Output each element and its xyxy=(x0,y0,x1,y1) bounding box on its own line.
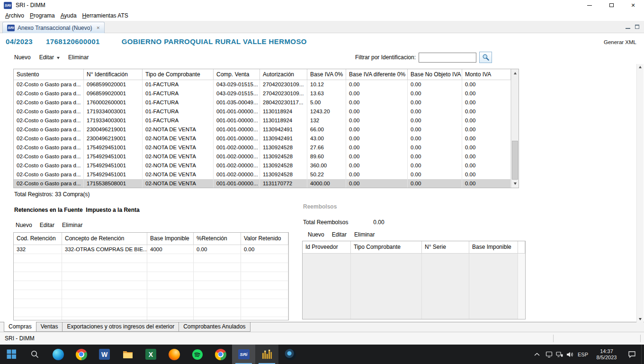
purchase-row[interactable]: 02-Costo o Gasto para d...17549294510010… xyxy=(14,161,511,170)
swirl-taskbar-icon[interactable] xyxy=(278,345,302,364)
column-header-tipo-de-comprobante[interactable]: Tipo de Comprobante xyxy=(143,69,214,80)
cell xyxy=(14,308,62,317)
filter-search-button[interactable] xyxy=(479,52,492,63)
cell xyxy=(14,317,62,320)
reembolsos-edit-button[interactable]: Editar xyxy=(332,231,347,238)
column-header-monto-iva[interactable]: Monto IVA xyxy=(462,69,511,80)
scrollbar-thumb[interactable] xyxy=(512,141,518,180)
purchase-row[interactable]: 02-Costo o Gasto para d...17155385080010… xyxy=(14,179,511,188)
cell: 0.00 xyxy=(462,98,511,107)
purchase-row[interactable]: 02-Costo o Gasto para d...17549294510010… xyxy=(14,143,511,152)
retention-row[interactable]: 332332-OTRAS COMPRAS DE BIE...40000.000.… xyxy=(14,245,288,254)
column-header-valor-retenido[interactable]: Valor Retenido xyxy=(241,233,288,245)
dimm-taskbar-icon[interactable] xyxy=(255,345,278,364)
scroll-down-icon[interactable] xyxy=(511,180,519,187)
retenciones-delete-button[interactable]: Eliminar xyxy=(62,222,82,228)
bottom-tab-comprobantes-anulados[interactable]: Comprobantes Anulados xyxy=(179,322,250,332)
generate-xml-button[interactable]: Generar XML xyxy=(604,39,636,45)
minimize-button[interactable] xyxy=(579,0,600,10)
column-header-sustento[interactable]: Sustento xyxy=(14,69,84,80)
firefox-taskbar-icon[interactable] xyxy=(162,345,186,364)
show-desktop-button[interactable] xyxy=(641,345,644,364)
column-header-base-imponible[interactable]: Base Imponible xyxy=(469,241,518,254)
cell: 1130924528 xyxy=(260,143,307,152)
filter-input[interactable] xyxy=(419,53,476,63)
action-center-icon[interactable] xyxy=(622,350,641,358)
minimize-view-icon[interactable] xyxy=(626,25,630,29)
network-tray-icon[interactable] xyxy=(554,351,564,358)
language-indicator[interactable]: ESP xyxy=(575,352,591,357)
purchase-row[interactable]: 02-Costo o Gasto para d...09685990200010… xyxy=(14,89,511,98)
bottom-tab-exportaciones-y-otros-ingresos-del-exterior[interactable]: Exportaciones y otros ingresos del exter… xyxy=(62,322,179,332)
close-button[interactable]: ✕ xyxy=(622,0,644,10)
purchase-row[interactable]: 02-Costo o Gasto para d...17600026000010… xyxy=(14,98,511,107)
column-header-base-no-objeto-iva[interactable]: Base No Objeto IVA xyxy=(408,69,462,80)
app-logo-icon[interactable]: SRi xyxy=(4,2,12,9)
purchase-row[interactable]: 02-Costo o Gasto para d...17549294510010… xyxy=(14,170,511,179)
tablet-tray-icon[interactable] xyxy=(544,351,554,358)
column-header-autorizacion[interactable]: Autorización xyxy=(260,69,307,80)
reembolsos-delete-button[interactable]: Eliminar xyxy=(354,231,375,238)
purchase-row[interactable]: 02-Costo o Gasto para d...17193340030010… xyxy=(14,116,511,125)
menu-archivo[interactable]: Archivo xyxy=(2,11,27,20)
cell: 001-001-00000... xyxy=(214,179,260,188)
cell xyxy=(62,263,147,272)
search-taskbar-icon[interactable] xyxy=(23,345,46,364)
explorer-taskbar-icon[interactable] xyxy=(116,345,139,364)
edge-taskbar-icon[interactable] xyxy=(46,345,70,364)
menu-herramientas-ats[interactable]: Herramientas ATS xyxy=(80,11,131,20)
purchase-row[interactable]: 02-Costo o Gasto para d...17549294510010… xyxy=(14,152,511,161)
column-header-concepto-de-retencion[interactable]: Concepto de Retención xyxy=(62,233,147,245)
sri-taskbar-icon[interactable]: SRi xyxy=(232,345,255,364)
scroll-up-icon[interactable] xyxy=(639,66,642,68)
scroll-down-icon[interactable] xyxy=(639,318,642,320)
column-header-id-proveedor[interactable]: Id Proveedor xyxy=(303,241,351,254)
content-scrollbar[interactable] xyxy=(636,64,644,322)
purchase-row[interactable]: 02-Costo o Gasto para d...23004962190010… xyxy=(14,125,511,134)
purchase-row[interactable]: 02-Costo o Gasto para d...17193340030010… xyxy=(14,107,511,116)
column-header-retencion[interactable]: %Retención xyxy=(194,233,241,245)
column-header-comp-venta[interactable]: Comp. Venta xyxy=(214,69,260,80)
spotify-taskbar-icon[interactable] xyxy=(186,345,209,364)
bottom-tab-compras[interactable]: Compras xyxy=(4,322,36,332)
retenciones-new-button[interactable]: Nuevo xyxy=(16,222,32,228)
purchase-row[interactable]: 02-Costo o Gasto para d...09685990200010… xyxy=(14,80,511,89)
tab-anexo-transaccional[interactable]: SRi Anexo Transaccional (Nuevo) ✕ xyxy=(2,22,105,33)
menu-programa[interactable]: Programa xyxy=(27,11,58,20)
column-header-base-iva-0[interactable]: Base IVA 0% xyxy=(307,69,346,80)
start-taskbar-icon[interactable] xyxy=(0,345,23,364)
cell: 66.00 xyxy=(307,125,346,134)
tray-chevron-up-icon[interactable] xyxy=(530,353,544,356)
cell: 1754929451001 xyxy=(84,143,143,152)
chrome2-taskbar-icon[interactable] xyxy=(209,345,232,364)
reembolsos-new-button[interactable]: Nuevo xyxy=(308,231,324,238)
clock[interactable]: 14:37 8/5/2023 xyxy=(591,348,622,361)
delete-button[interactable]: Eliminar xyxy=(68,54,89,61)
bottom-tab-ventas[interactable]: Ventas xyxy=(36,322,63,332)
maximize-view-icon[interactable] xyxy=(635,25,639,29)
tab-close-icon[interactable]: ✕ xyxy=(96,26,100,30)
cell: 0.00 xyxy=(346,134,408,143)
purchases-scrollbar[interactable] xyxy=(511,69,519,188)
menu-ayuda[interactable]: Ayuda xyxy=(58,11,80,20)
new-button[interactable]: Nuevo xyxy=(14,54,31,61)
scroll-up-icon[interactable] xyxy=(511,70,519,77)
retenciones-edit-button[interactable]: Editar xyxy=(40,222,54,228)
maximize-button[interactable] xyxy=(600,0,622,10)
excel-taskbar-icon[interactable]: X xyxy=(139,345,162,364)
column-header-cod-retencion[interactable]: Cod. Retención xyxy=(14,233,62,245)
edit-button[interactable]: Editar xyxy=(39,54,54,61)
cell: 0.00 xyxy=(462,152,511,161)
chrome-taskbar-icon[interactable] xyxy=(70,345,93,364)
edit-dropdown-caret-icon[interactable] xyxy=(57,57,60,59)
search-icon xyxy=(482,54,490,61)
column-header-n-serie[interactable]: N° Serie xyxy=(422,241,469,254)
cell: 0.00 xyxy=(462,179,511,188)
column-header-base-iva-diferente-0[interactable]: Base IVA diferente 0% xyxy=(346,69,408,80)
column-header-n-identificacion[interactable]: N° Identificación xyxy=(84,69,143,80)
column-header-base-imponible[interactable]: Base Imponible xyxy=(147,233,194,245)
volume-tray-icon[interactable] xyxy=(564,351,575,358)
column-header-tipo-comprobante[interactable]: Tipo Comprobante xyxy=(351,241,422,254)
word-taskbar-icon[interactable]: W xyxy=(93,345,116,364)
purchase-row[interactable]: 02-Costo o Gasto para d...23004962190010… xyxy=(14,134,511,143)
